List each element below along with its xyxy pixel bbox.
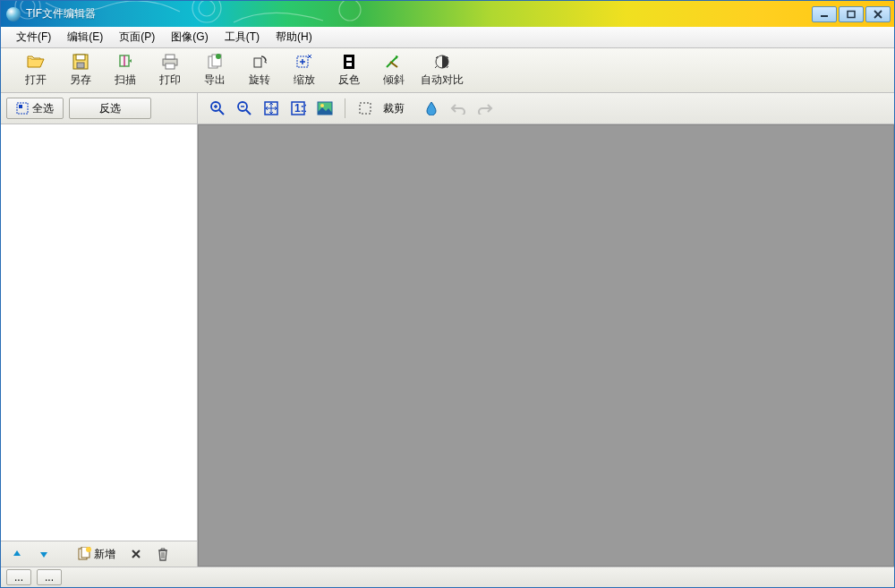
svg-point-32 [320,104,324,107]
menu-file[interactable]: 文件(F) [8,27,59,47]
status-cell-2[interactable]: ... [37,569,62,585]
folder-open-icon [27,54,45,70]
delete-button[interactable] [125,543,147,565]
new-page-icon [77,547,91,561]
skew-button[interactable]: 倾斜 [371,51,416,90]
svg-point-36 [86,547,91,552]
floppy-icon [72,54,90,70]
save-as-label: 另存 [70,72,91,88]
contrast-icon [433,54,451,70]
thumbnail-list[interactable] [1,124,197,541]
skew-icon [385,54,403,70]
svg-rect-14 [166,64,175,69]
svg-rect-18 [254,58,261,67]
canvas-area[interactable] [198,124,894,567]
maximize-button[interactable] [839,6,864,22]
view-toolbar: 1:1 裁剪 [198,93,894,124]
invert-selection-button[interactable]: 反选 [69,98,151,119]
undo-button[interactable] [448,98,469,119]
zoom-button[interactable]: 缩放 [282,51,327,90]
zoom-in-button[interactable] [207,98,228,119]
print-label: 打印 [159,72,181,88]
minimize-button[interactable] [812,6,837,22]
scan-button[interactable]: 扫描 [103,51,148,90]
auto-contrast-button[interactable]: 自动对比 [416,51,468,90]
svg-rect-11 [77,63,84,68]
invert-selection-label: 反选 [99,101,121,116]
svg-rect-6 [848,11,855,17]
svg-point-4 [339,1,361,21]
crop-button[interactable] [354,98,376,119]
export-label: 导出 [204,72,226,88]
rotate-button[interactable]: 旋转 [237,51,282,90]
move-up-button[interactable] [6,543,28,565]
invert-button[interactable]: 反色 [327,51,371,90]
menu-page[interactable]: 页面(P) [111,27,163,47]
close-button[interactable] [865,6,891,22]
svg-rect-21 [346,57,352,61]
skew-label: 倾斜 [383,72,405,88]
actual-size-button[interactable]: 1:1 [287,98,309,119]
svg-rect-13 [166,55,175,59]
select-all-button[interactable]: 全选 [6,98,64,119]
svg-point-2 [192,1,221,22]
new-page-label: 新增 [94,547,115,562]
invert-icon [340,54,358,70]
picture-button[interactable] [314,98,336,119]
sidebar-toolbar: 新增 [1,541,197,567]
svg-rect-10 [76,55,85,60]
rotate-label: 旋转 [249,72,270,88]
trash-button[interactable] [152,543,174,565]
select-all-icon [16,102,29,115]
select-all-label: 全选 [32,101,54,116]
svg-point-17 [216,54,221,59]
zoom-icon [295,54,313,70]
svg-text:1:1: 1:1 [294,102,306,115]
move-down-button[interactable] [33,543,55,565]
open-label: 打开 [25,72,47,88]
menu-tools[interactable]: 工具(T) [217,27,268,47]
export-button[interactable]: 导出 [192,51,237,90]
open-button[interactable]: 打开 [13,51,58,90]
menu-image[interactable]: 图像(G) [163,27,216,47]
droplet-button[interactable] [421,98,442,119]
redo-button[interactable] [474,98,496,119]
sidebar: 新增 [1,124,198,567]
export-icon [206,54,224,70]
zoom-label: 缩放 [294,72,315,88]
save-as-button[interactable]: 另存 [58,51,103,90]
svg-rect-20 [344,55,354,69]
zoom-out-button[interactable] [234,98,255,119]
invert-label: 反色 [338,72,360,88]
scan-icon [116,54,134,70]
new-page-button[interactable]: 新增 [72,543,120,565]
svg-rect-25 [19,105,22,108]
crop-label: 裁剪 [383,101,405,116]
title-bar: TIF文件编辑器 [1,1,894,27]
scan-label: 扫描 [115,72,136,88]
window-title: TIF文件编辑器 [26,6,96,21]
rotate-icon [251,54,268,70]
fit-window-button[interactable] [260,98,282,119]
sub-toolbar: 全选 反选 1:1 裁剪 [1,93,894,124]
main-toolbar: 打开 另存 扫描 打印 导出 旋转 缩放 反色 倾斜 自动对比 [1,48,894,93]
auto-contrast-label: 自动对比 [421,72,464,88]
print-button[interactable]: 打印 [148,51,192,90]
menu-edit[interactable]: 编辑(E) [59,27,111,47]
svg-rect-33 [360,103,371,114]
content-area: 新增 [1,124,894,567]
menu-help[interactable]: 帮助(H) [268,27,320,47]
selection-toolbar: 全选 反选 [1,93,198,124]
status-cell-1[interactable]: ... [6,569,31,585]
menu-bar: 文件(F) 编辑(E) 页面(P) 图像(G) 工具(T) 帮助(H) [1,27,894,48]
separator [345,98,345,118]
printer-icon [161,54,179,70]
status-bar: ... ... [1,567,894,587]
app-icon [6,7,21,21]
svg-rect-22 [346,63,352,66]
svg-point-3 [199,1,215,16]
